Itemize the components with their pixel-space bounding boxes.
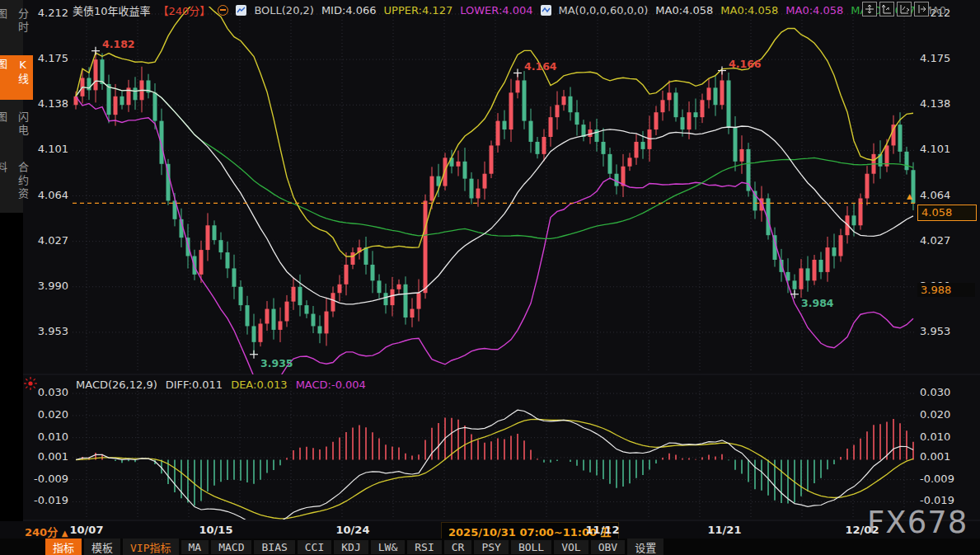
trading-app-window: 4.1824.1644.1663.9353.984 分时图K线图闪电图合约资料 … bbox=[0, 0, 980, 555]
ma-label: MA(0,0,0,60,0,0) bbox=[559, 4, 649, 16]
toolbar-button-VOL[interactable]: VOL bbox=[554, 540, 588, 554]
chart-canvas[interactable]: 4.1824.1644.1663.9353.984 bbox=[0, 0, 980, 555]
crosshair-move-icon[interactable] bbox=[862, 2, 877, 16]
annotation-4.164: 4.164 bbox=[524, 60, 557, 73]
annotation-3.984: 3.984 bbox=[801, 297, 834, 309]
period-tag: 【240分】 bbox=[158, 2, 211, 18]
toolbar-button-OBV[interactable]: OBV bbox=[591, 540, 625, 554]
indicator-toolbar: 指标模板VIP指标MAMACDBIASCCIKDJLW&RSICRPSYBOLL… bbox=[0, 539, 980, 555]
current-price-badge: 4.058 bbox=[917, 205, 977, 221]
boll-indicator-icon bbox=[236, 5, 246, 16]
boll-upper-value: UPPER:4.127 bbox=[384, 4, 453, 16]
annotation-3.935: 3.935 bbox=[260, 357, 293, 369]
macd-value: MACD:-0.004 bbox=[296, 379, 366, 391]
chart-layout-controls bbox=[862, 2, 929, 16]
zoom-out-icon[interactable] bbox=[218, 5, 228, 16]
secondary-price-badge: 3.988 bbox=[917, 283, 975, 297]
toolbar-button-RSI[interactable]: RSI bbox=[407, 540, 441, 554]
ma-value-0: MA0:4.058 bbox=[655, 4, 713, 16]
toolbar-button-PSY[interactable]: PSY bbox=[474, 540, 508, 554]
boll-lower-value: LOWER:4.004 bbox=[460, 4, 532, 16]
symbol-title: 美债10年收益率 bbox=[73, 2, 151, 18]
macd-legend: MACD(26,12,9) DIFF:0.011 DEA:0.013 MACD:… bbox=[76, 379, 366, 391]
axis-scale-left-icon[interactable] bbox=[879, 2, 894, 16]
boll-label: BOLL(20,2) bbox=[254, 4, 314, 16]
toolbar-button-BOLL[interactable]: BOLL bbox=[511, 540, 551, 554]
boll-mid-value: MID:4.066 bbox=[321, 4, 377, 16]
date-tick-10/24: 10/24 bbox=[324, 524, 382, 536]
toolbar-button-模板[interactable]: 模板 bbox=[84, 539, 120, 555]
toolbar-button-CR[interactable]: CR bbox=[444, 540, 472, 554]
toolbar-button-BIAS[interactable]: BIAS bbox=[254, 540, 294, 554]
toolbar-button-KDJ[interactable]: KDJ bbox=[334, 540, 368, 554]
toolbar-button-LW&[interactable]: LW& bbox=[371, 540, 405, 554]
ma-value-1: MA0:4.058 bbox=[720, 4, 778, 16]
indicator-starburst-icon[interactable] bbox=[23, 376, 38, 391]
gridlines bbox=[73, 10, 915, 518]
annotation-4.182: 4.182 bbox=[102, 38, 135, 50]
toolbar-button-设置[interactable]: 设置 bbox=[627, 539, 663, 555]
macd-diff-value: DIFF:0.011 bbox=[166, 379, 223, 391]
price-up-arrow-icon: ▲ bbox=[907, 192, 912, 200]
toolbar-button-VIP指标[interactable]: VIP指标 bbox=[123, 539, 178, 555]
date-tick-11/12: 11/12 bbox=[574, 524, 631, 536]
date-tick-11/21: 11/21 bbox=[696, 524, 753, 536]
macd-name: MACD(26,12,9) bbox=[76, 379, 157, 391]
chart-legend: 美债10年收益率 【240分】 BOLL(20,2) MID:4.066 UPP… bbox=[73, 2, 950, 17]
candles-layer bbox=[74, 51, 916, 355]
toolbar-button-MACD[interactable]: MACD bbox=[211, 540, 251, 554]
toolbar-button-CCI[interactable]: CCI bbox=[298, 540, 331, 554]
period-label: 240分 bbox=[25, 526, 58, 539]
pane-expand-icon[interactable] bbox=[914, 2, 929, 16]
axis-scale-right-icon[interactable] bbox=[897, 2, 912, 16]
toolbar-button-MA[interactable]: MA bbox=[181, 540, 209, 554]
annotation-4.166: 4.166 bbox=[729, 58, 762, 70]
date-tick-10/07: 10/07 bbox=[58, 524, 115, 536]
macd-layer bbox=[76, 410, 913, 524]
ma-value-2: MA0:4.058 bbox=[785, 4, 843, 16]
date-tick-10/15: 10/15 bbox=[187, 524, 245, 536]
ma-indicator-icon bbox=[541, 5, 551, 16]
boll-upper-line bbox=[76, 2, 913, 256]
date-tick-12/02: 12/02 bbox=[833, 524, 891, 536]
time-axis: 240分 ▲ 2025/10/31 07:00~11:00 五 10/0710/… bbox=[0, 521, 980, 539]
macd-dea-value: DEA:0.013 bbox=[231, 379, 288, 391]
toolbar-button-指标[interactable]: 指标 bbox=[45, 539, 82, 555]
